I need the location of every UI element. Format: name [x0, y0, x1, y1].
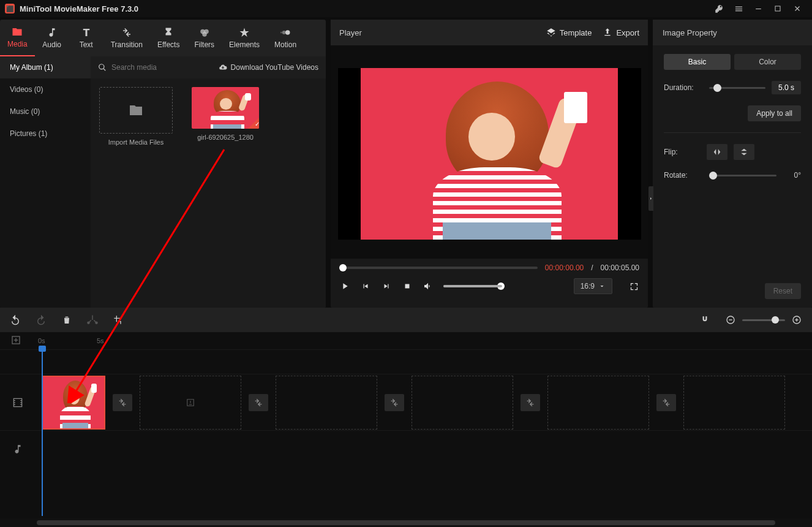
property-panel: Image Property Basic Color Duration: 5.0… — [653, 20, 812, 308]
template-button[interactable]: Template — [546, 28, 592, 37]
checkmark-icon — [248, 118, 259, 129]
time-total: 00:00:05.00 — [601, 264, 639, 272]
svg-rect-10 — [729, 319, 732, 320]
fullscreen-button[interactable] — [628, 281, 639, 292]
sidebar-item-videos[interactable]: Videos (0) — [0, 78, 91, 100]
add-track-button[interactable] — [11, 335, 21, 346]
import-tile[interactable]: Import Media Files — [99, 87, 173, 146]
timeline-panel: 0s 5s — [0, 308, 812, 527]
reset-button[interactable]: Reset — [765, 283, 801, 299]
crop-button[interactable] — [111, 313, 125, 327]
main-toolbar: Media Audio Text Transition Effects — [0, 20, 326, 56]
time-current: 00:00:00.00 — [545, 264, 584, 272]
overlay-track[interactable] — [0, 349, 812, 374]
tab-audio-label: Audio — [42, 40, 61, 49]
folder-icon — [129, 103, 143, 118]
menu-icon[interactable] — [729, 0, 748, 17]
tab-elements[interactable]: Elements — [222, 20, 267, 56]
rotate-value: 0° — [783, 171, 801, 180]
zoom-in-button[interactable] — [790, 313, 803, 327]
empty-slot-1[interactable] — [140, 376, 241, 430]
stop-button[interactable] — [402, 281, 413, 292]
media-clip-1[interactable]: girl-6920625_1280 — [189, 87, 262, 141]
tab-basic[interactable]: Basic — [664, 54, 731, 70]
duration-slider[interactable] — [709, 87, 765, 89]
snap-button[interactable] — [698, 313, 712, 327]
tab-filters[interactable]: Filters — [187, 20, 222, 56]
clip-name: girl-6920625_1280 — [197, 134, 254, 141]
tab-media[interactable]: Media — [0, 20, 35, 56]
titlebar: ⬛ MiniTool MovieMaker Free 7.3.0 — [0, 0, 812, 17]
transition-slot-3[interactable] — [385, 394, 404, 411]
playhead[interactable] — [42, 347, 43, 516]
import-label: Import Media Files — [108, 138, 164, 146]
property-tabs: Basic Color — [664, 54, 801, 70]
delete-button[interactable] — [60, 313, 73, 327]
player-panel: Player Template Export — [331, 20, 648, 308]
export-button[interactable]: Export — [603, 28, 639, 37]
download-youtube-button[interactable]: Download YouTube Videos — [219, 63, 318, 72]
media-grid: Import Media Files gir — [91, 78, 326, 308]
apply-all-button[interactable]: Apply to all — [748, 105, 801, 121]
transition-slot-2[interactable] — [249, 394, 268, 411]
export-label: Export — [616, 28, 639, 37]
svg-point-7 — [280, 32, 282, 34]
template-label: Template — [560, 28, 592, 37]
search-input[interactable] — [111, 63, 214, 72]
duration-value[interactable]: 5.0 s — [772, 81, 801, 94]
empty-slot-4[interactable] — [547, 376, 649, 430]
tab-audio[interactable]: Audio — [35, 20, 69, 56]
maximize-icon[interactable] — [768, 0, 788, 17]
close-icon[interactable] — [788, 0, 807, 17]
key-icon[interactable] — [709, 0, 729, 17]
export-icon — [603, 28, 612, 37]
tab-effects[interactable]: Effects — [150, 20, 187, 56]
sidebar-item-music[interactable]: Music (0) — [0, 100, 91, 123]
tab-transition[interactable]: Transition — [103, 20, 150, 56]
video-track[interactable] — [0, 374, 812, 430]
split-button[interactable] — [86, 313, 99, 327]
tab-media-label: Media — [7, 40, 28, 48]
volume-button[interactable] — [423, 281, 434, 292]
tab-color[interactable]: Color — [734, 54, 801, 70]
svg-point-5 — [285, 30, 290, 35]
svg-point-4 — [202, 32, 207, 37]
prev-button[interactable] — [360, 281, 371, 292]
rotate-label: Rotate: — [664, 171, 703, 180]
empty-slot-3[interactable] — [412, 376, 513, 430]
tab-filters-label: Filters — [194, 40, 214, 49]
minimize-icon[interactable] — [748, 0, 768, 17]
aspect-select[interactable]: 16:9 — [574, 278, 612, 294]
horizontal-scrollbar[interactable] — [0, 518, 812, 527]
zoom-slider[interactable] — [742, 319, 785, 321]
next-button[interactable] — [381, 281, 392, 292]
timeline-ruler[interactable]: 0s 5s — [0, 332, 812, 349]
collapse-handle[interactable] — [648, 186, 653, 211]
transition-slot-1[interactable] — [113, 394, 132, 411]
play-button[interactable] — [339, 281, 350, 292]
volume-slider[interactable] — [443, 285, 502, 287]
seek-bar[interactable] — [339, 267, 538, 269]
audio-track[interactable] — [0, 430, 812, 467]
undo-button[interactable] — [9, 313, 22, 327]
svg-point-6 — [282, 31, 286, 34]
flip-vertical-button[interactable] — [734, 144, 754, 160]
tab-text-label: Text — [80, 40, 93, 49]
search-icon — [98, 63, 107, 72]
transition-slot-5[interactable] — [656, 394, 676, 411]
timeline-clip-1[interactable] — [42, 376, 105, 430]
sidebar-item-pictures[interactable]: Pictures (1) — [0, 123, 91, 145]
rotate-slider[interactable] — [709, 175, 776, 176]
svg-rect-0 — [756, 8, 761, 9]
transition-slot-4[interactable] — [521, 394, 540, 411]
redo-button[interactable] — [34, 313, 48, 327]
empty-slot-5[interactable] — [683, 376, 785, 430]
empty-slot-2[interactable] — [276, 376, 377, 430]
sidebar-item-myalbum[interactable]: My Album (1) — [0, 56, 91, 78]
video-preview[interactable] — [331, 45, 648, 259]
cloud-download-icon — [219, 63, 227, 72]
tab-text[interactable]: Text — [69, 20, 103, 56]
flip-horizontal-button[interactable] — [707, 144, 727, 160]
tab-motion[interactable]: Motion — [267, 20, 304, 56]
zoom-out-button[interactable] — [724, 313, 737, 327]
